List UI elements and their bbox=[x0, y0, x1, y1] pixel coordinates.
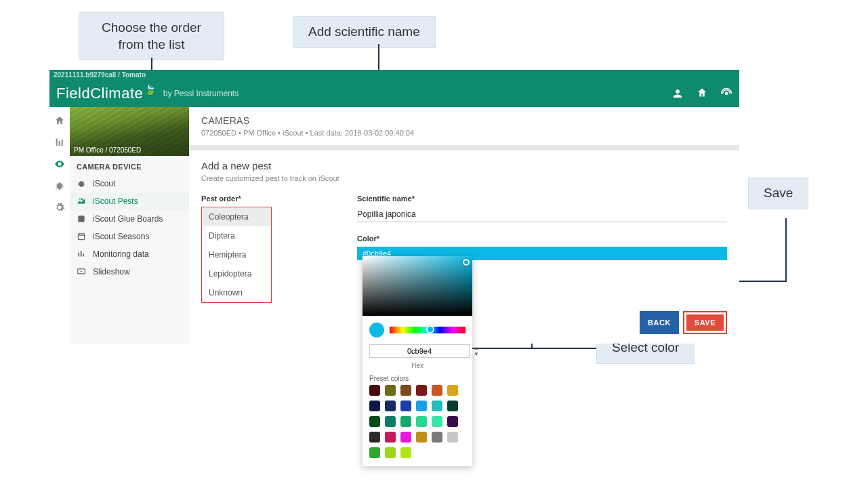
breadcrumb: 20211111.b9279ca8 / Tomato bbox=[49, 70, 739, 80]
logo: FieldClimate🍃 bbox=[56, 85, 157, 102]
sidebar-item-seasons[interactable]: iScout Seasons bbox=[70, 228, 189, 245]
preset-color[interactable] bbox=[416, 385, 427, 396]
dropdown-option[interactable]: Unknown bbox=[202, 283, 271, 302]
iconbar bbox=[49, 107, 70, 344]
preset-color[interactable] bbox=[432, 401, 442, 411]
form-title: Add a new pest bbox=[201, 160, 727, 171]
hex-stepper[interactable]: ▲▼ bbox=[474, 344, 479, 358]
preset-color[interactable] bbox=[432, 432, 442, 443]
topbar-actions bbox=[671, 87, 732, 100]
dropdown-option[interactable]: Hemiptera bbox=[202, 245, 271, 264]
preset-color[interactable] bbox=[385, 432, 396, 443]
pest-order-label: Pest order* bbox=[201, 194, 330, 203]
preset-color[interactable] bbox=[369, 432, 380, 443]
sidebar-item-label: iScout Seasons bbox=[93, 232, 149, 241]
preset-color[interactable] bbox=[416, 416, 427, 427]
preset-colors-grid bbox=[363, 385, 472, 458]
hue-slider-cursor[interactable] bbox=[426, 325, 434, 333]
broadcast-icon[interactable] bbox=[720, 87, 732, 100]
preset-color[interactable] bbox=[447, 416, 458, 427]
callout-order: Choose the order from the list bbox=[79, 12, 224, 60]
svg-point-0 bbox=[725, 92, 728, 96]
leaf-icon: 🍃 bbox=[144, 84, 157, 95]
preset-color[interactable] bbox=[400, 447, 411, 458]
eye-icon[interactable] bbox=[54, 159, 65, 169]
preset-color[interactable] bbox=[385, 416, 396, 427]
dropdown-option-label: Hemiptera bbox=[209, 250, 246, 260]
logo-subtitle: by Pessl Instruments bbox=[163, 89, 239, 98]
hex-input[interactable] bbox=[369, 344, 470, 358]
form-desc: Create customized pest to track on iScou… bbox=[201, 174, 727, 182]
hue-slider[interactable] bbox=[390, 327, 466, 333]
preset-color[interactable] bbox=[432, 416, 442, 427]
dropdown-option-label: Diptera bbox=[209, 231, 235, 241]
sidebar-image-caption: PM Office / 072050ED bbox=[74, 146, 141, 154]
dropdown-option-label: Unknown bbox=[209, 288, 243, 298]
scientific-name-label: Scientific name* bbox=[357, 194, 727, 203]
preset-color[interactable] bbox=[385, 385, 396, 396]
preset-color[interactable] bbox=[400, 432, 411, 443]
dropdown-option-label: Coleoptera bbox=[209, 212, 249, 222]
back-button-label: BACK bbox=[648, 319, 671, 327]
preset-color[interactable] bbox=[400, 416, 411, 427]
sidebar: PM Office / 072050ED CAMERA DEVICE iScou… bbox=[70, 107, 189, 344]
preset-color[interactable] bbox=[385, 447, 396, 458]
preset-color[interactable] bbox=[400, 385, 411, 396]
preset-color[interactable] bbox=[400, 401, 411, 411]
preset-color[interactable] bbox=[432, 385, 442, 396]
sidebar-heading: CAMERA DEVICE bbox=[70, 156, 189, 175]
svg-rect-1 bbox=[78, 216, 84, 222]
preset-color[interactable] bbox=[369, 447, 380, 458]
sidebar-item-label: iScout bbox=[93, 179, 115, 188]
color-picker-field[interactable] bbox=[363, 256, 472, 316]
header-panel: CAMERAS 072050ED • PM Office • iScout • … bbox=[189, 107, 739, 145]
save-highlight-box: SAVE bbox=[683, 311, 727, 334]
sidebar-item-label: iScout Glue Boards bbox=[93, 214, 163, 224]
preset-color[interactable] bbox=[447, 385, 458, 396]
color-picker: ▲▼ Hex Preset colors bbox=[363, 256, 472, 466]
sidebar-item-glue-boards[interactable]: iScout Glue Boards bbox=[70, 210, 189, 228]
sidebar-item-label: iScout Pests bbox=[93, 197, 138, 206]
bug-icon[interactable] bbox=[54, 180, 65, 191]
callout-save: Save bbox=[748, 178, 808, 209]
panel-title: CAMERAS bbox=[201, 115, 727, 126]
color-swatch bbox=[369, 323, 384, 337]
save-button-label: SAVE bbox=[695, 319, 716, 327]
sidebar-item-monitoring[interactable]: Monitoring data bbox=[70, 245, 189, 263]
preset-color[interactable] bbox=[447, 401, 458, 411]
sidebar-item-slideshow[interactable]: Slideshow bbox=[70, 263, 189, 281]
preset-colors-label: Preset colors bbox=[363, 369, 472, 385]
connector-line bbox=[731, 281, 787, 282]
callout-sciname: Add scientific name bbox=[293, 16, 436, 48]
preset-color[interactable] bbox=[369, 385, 380, 396]
preset-color[interactable] bbox=[416, 401, 427, 411]
preset-color[interactable] bbox=[447, 432, 458, 443]
dropdown-option[interactable]: Coleoptera bbox=[202, 207, 271, 226]
breadcrumb-text: 20211111.b9279ca8 / Tomato bbox=[54, 71, 146, 79]
callout-sciname-text: Add scientific name bbox=[308, 24, 420, 39]
station-icon[interactable] bbox=[696, 87, 708, 100]
svg-rect-2 bbox=[78, 234, 84, 240]
sidebar-item-iscout[interactable]: iScout bbox=[70, 175, 189, 192]
sidebar-image: PM Office / 072050ED bbox=[70, 107, 189, 156]
color-picker-cursor[interactable] bbox=[463, 259, 470, 266]
gear-icon[interactable] bbox=[54, 202, 65, 213]
sidebar-item-label: Monitoring data bbox=[93, 249, 149, 259]
preset-color[interactable] bbox=[369, 401, 380, 411]
chart-icon[interactable] bbox=[54, 137, 65, 148]
save-button[interactable]: SAVE bbox=[686, 314, 724, 331]
pest-order-dropdown[interactable]: Coleoptera Diptera Hemiptera Lepidoptera… bbox=[201, 207, 272, 303]
connector-line bbox=[785, 218, 787, 282]
back-button[interactable]: BACK bbox=[640, 311, 679, 334]
sidebar-item-iscout-pests[interactable]: iScout Pests bbox=[70, 192, 189, 210]
preset-color[interactable] bbox=[385, 401, 396, 411]
preset-color[interactable] bbox=[416, 432, 427, 443]
preset-color[interactable] bbox=[369, 416, 380, 427]
home-icon[interactable] bbox=[54, 115, 65, 126]
scientific-name-input[interactable] bbox=[357, 207, 727, 222]
dropdown-option[interactable]: Diptera bbox=[202, 226, 271, 245]
user-icon[interactable] bbox=[671, 87, 684, 100]
dropdown-option[interactable]: Lepidoptera bbox=[202, 264, 271, 283]
callout-order-text: Choose the order from the list bbox=[102, 20, 201, 52]
connector-line bbox=[531, 348, 596, 349]
